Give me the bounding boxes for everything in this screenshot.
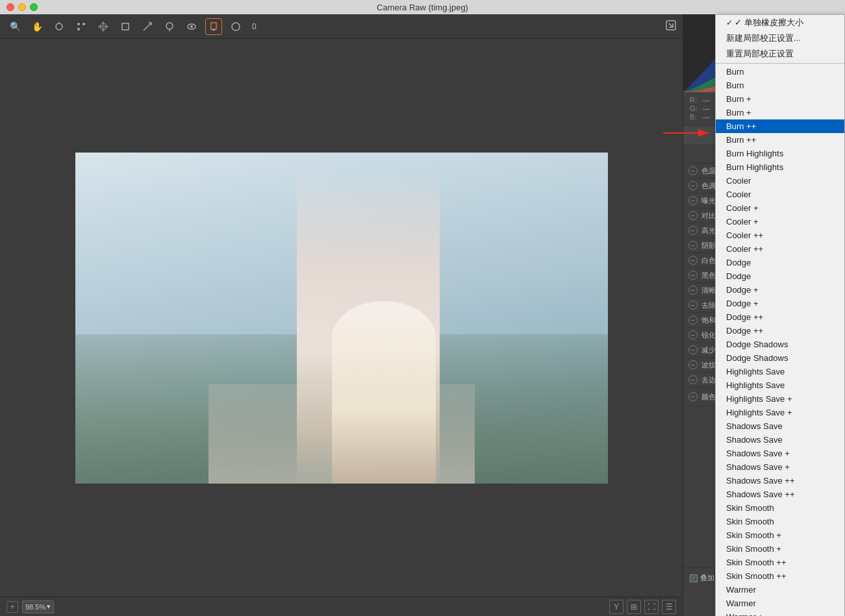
menu-item-1[interactable]: 新建局部校正设置... bbox=[716, 31, 844, 46]
menu-item-36[interactable]: Skin Smooth bbox=[716, 501, 844, 515]
menu-item-16[interactable]: Cooler ++ bbox=[716, 228, 844, 242]
overlay-label: 叠加 bbox=[700, 573, 714, 583]
menu-item-18[interactable]: Dodge bbox=[716, 256, 844, 269]
menu-item-13[interactable]: Cooler bbox=[716, 188, 844, 201]
svg-point-4 bbox=[77, 28, 80, 31]
menu-item-38[interactable]: Skin Smooth + bbox=[716, 528, 844, 542]
menu-item-14[interactable]: Cooler + bbox=[716, 201, 844, 215]
slider-minus-0[interactable]: − bbox=[688, 166, 698, 175]
spot-heal-tool[interactable] bbox=[161, 18, 178, 35]
slider-minus-2[interactable]: − bbox=[688, 196, 698, 205]
menu-item-37[interactable]: Skin Smooth bbox=[716, 515, 844, 528]
slider-minus-9[interactable]: − bbox=[688, 301, 698, 310]
bottom-bar: + 98.5% ▾ Y ⊞ ⛶ ☰ bbox=[0, 597, 683, 616]
menu-item-41[interactable]: Skin Smooth ++ bbox=[716, 569, 844, 583]
menu-item-43[interactable]: Warmer bbox=[716, 597, 844, 610]
menu-item-24[interactable]: Dodge Shadows bbox=[716, 338, 844, 351]
svg-point-0 bbox=[56, 23, 62, 30]
menu-item-10[interactable]: Burn Highlights bbox=[716, 147, 844, 160]
menu-item-31[interactable]: Shadows Save bbox=[716, 433, 844, 447]
svg-point-15 bbox=[166, 23, 173, 29]
menu-item-30[interactable]: Shadows Save bbox=[716, 419, 844, 433]
target-adjust-tool[interactable] bbox=[95, 18, 112, 35]
add-image-button[interactable]: + bbox=[6, 601, 18, 613]
slider-minus-11[interactable]: − bbox=[688, 330, 698, 339]
color-sampler-tool[interactable] bbox=[73, 18, 90, 35]
slider-minus-8[interactable]: − bbox=[688, 286, 698, 295]
dropdown-menu: ✓ 单独橡皮擦大小新建局部校正设置...重置局部校正设置BurnBurnBurn… bbox=[715, 14, 845, 616]
menu-item-33[interactable]: Shadows Save + bbox=[716, 460, 844, 474]
menu-item-7[interactable]: Burn + bbox=[716, 106, 844, 119]
overlay-checkbox[interactable]: ✓ 叠加 bbox=[690, 573, 714, 583]
export-button[interactable] bbox=[666, 20, 676, 32]
svg-point-6 bbox=[102, 25, 105, 28]
menu-item-39[interactable]: Skin Smooth + bbox=[716, 542, 844, 556]
minimize-button[interactable] bbox=[18, 3, 26, 11]
graduated-filter-tool[interactable] bbox=[227, 18, 244, 35]
menu-item-4[interactable]: Burn bbox=[716, 65, 844, 79]
crop-tool[interactable] bbox=[117, 18, 134, 35]
slider-minus-13[interactable]: − bbox=[688, 360, 698, 369]
fit-button[interactable]: ⊞ bbox=[627, 600, 641, 614]
fullscreen-button[interactable]: ⛶ bbox=[644, 600, 659, 614]
menu-item-22[interactable]: Dodge ++ bbox=[716, 310, 844, 324]
menu-item-28[interactable]: Highlights Save + bbox=[716, 392, 844, 406]
menu-item-27[interactable]: Highlights Save bbox=[716, 378, 844, 392]
menu-item-26[interactable]: Highlights Save bbox=[716, 365, 844, 378]
white-balance-tool[interactable] bbox=[51, 18, 68, 35]
menu-item-40[interactable]: Skin Smooth ++ bbox=[716, 556, 844, 569]
zoom-tool[interactable]: 🔍 bbox=[6, 18, 23, 35]
menu-item-2[interactable]: 重置局部校正设置 bbox=[716, 46, 844, 62]
red-eye-tool[interactable] bbox=[183, 18, 200, 35]
menu-item-9[interactable]: Burn ++ bbox=[716, 133, 844, 147]
slider-minus-3[interactable]: − bbox=[688, 211, 698, 220]
menu-item-44[interactable]: Warmer + bbox=[716, 610, 844, 616]
menu-item-8[interactable]: Burn ++ bbox=[716, 119, 844, 133]
menu-item-5[interactable]: Burn bbox=[716, 79, 844, 92]
slider-minus-12[interactable]: − bbox=[688, 345, 698, 354]
maximize-button[interactable] bbox=[30, 3, 38, 11]
r-value: --- bbox=[703, 96, 710, 104]
menu-item-12[interactable]: Cooler bbox=[716, 174, 844, 188]
menu-item-34[interactable]: Shadows Save ++ bbox=[716, 474, 844, 487]
traffic-lights bbox=[6, 3, 38, 11]
menu-item-21[interactable]: Dodge + bbox=[716, 297, 844, 310]
menu-item-6[interactable]: Burn + bbox=[716, 92, 844, 106]
adjustment-brush-tool[interactable] bbox=[205, 18, 222, 35]
menu-item-15[interactable]: Cooler + bbox=[716, 215, 844, 228]
close-button[interactable] bbox=[6, 3, 14, 11]
svg-point-21 bbox=[232, 23, 240, 31]
slider-minus-14[interactable]: − bbox=[688, 375, 698, 384]
menu-item-25[interactable]: Dodge Shadows bbox=[716, 351, 844, 365]
preview-y-button[interactable]: Y bbox=[609, 600, 624, 614]
menu-item-35[interactable]: Shadows Save ++ bbox=[716, 487, 844, 501]
svg-rect-19 bbox=[211, 23, 216, 29]
slider-minus-1[interactable]: − bbox=[688, 181, 698, 190]
zoom-value: 0 bbox=[252, 22, 257, 31]
dropdown-items: ✓ 单独橡皮擦大小新建局部校正设置...重置局部校正设置BurnBurnBurn… bbox=[716, 15, 844, 616]
hand-tool[interactable]: ✋ bbox=[29, 18, 45, 35]
menu-item-32[interactable]: Shadows Save + bbox=[716, 447, 844, 460]
slider-minus-4[interactable]: − bbox=[688, 226, 698, 235]
photo-container bbox=[75, 153, 608, 484]
slider-minus-6[interactable]: − bbox=[688, 256, 698, 265]
slider-minus-10[interactable]: − bbox=[688, 315, 698, 325]
menu-item-11[interactable]: Burn Highlights bbox=[716, 160, 844, 174]
settings-button[interactable]: ☰ bbox=[662, 600, 676, 614]
menu-separator-3 bbox=[716, 63, 844, 64]
menu-item-17[interactable]: Cooler ++ bbox=[716, 242, 844, 256]
slider-minus-5[interactable]: − bbox=[688, 241, 698, 250]
menu-item-29[interactable]: Highlights Save + bbox=[716, 406, 844, 419]
straighten-tool[interactable] bbox=[139, 18, 156, 35]
slider-minus-7[interactable]: − bbox=[688, 271, 698, 280]
menu-item-0[interactable]: ✓ 单独橡皮擦大小 bbox=[716, 15, 844, 31]
menu-item-23[interactable]: Dodge ++ bbox=[716, 324, 844, 338]
color-minus[interactable]: − bbox=[688, 392, 698, 401]
menu-item-42[interactable]: Warmer bbox=[716, 583, 844, 597]
svg-point-3 bbox=[82, 23, 85, 25]
zoom-select[interactable]: 98.5% ▾ bbox=[22, 600, 54, 613]
canvas-area: 🔍 ✋ bbox=[0, 14, 683, 616]
g-value: --- bbox=[703, 105, 710, 112]
menu-item-20[interactable]: Dodge + bbox=[716, 283, 844, 297]
menu-item-19[interactable]: Dodge bbox=[716, 269, 844, 283]
